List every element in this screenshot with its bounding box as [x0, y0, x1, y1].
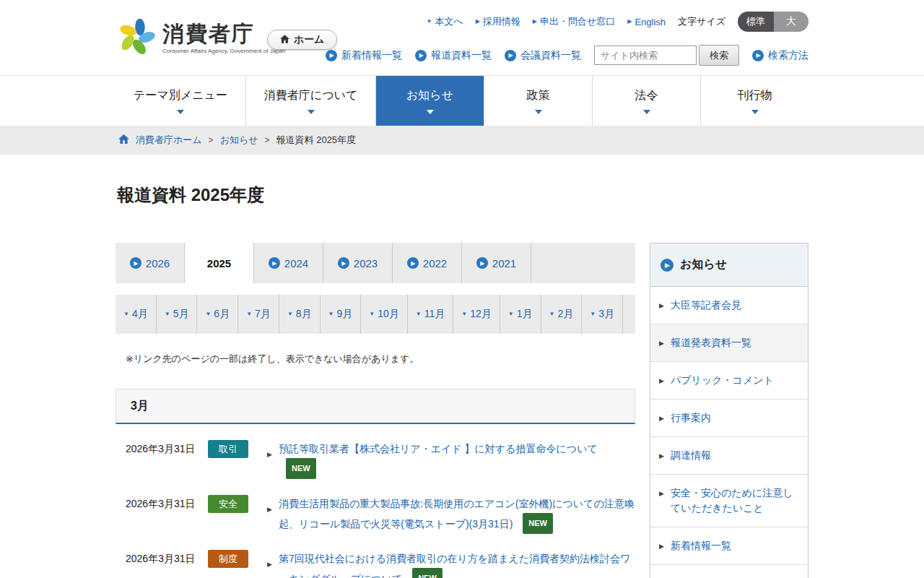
- category-badge-safety: 安全: [208, 495, 248, 513]
- sidebar-item-safety-cautions[interactable]: ▶ 安全・安心のために注意していただきたいこと: [650, 474, 808, 527]
- chevron-down-icon: [751, 110, 759, 114]
- circle-play-icon: ▶: [661, 259, 674, 272]
- chevron-right-icon: ▶: [659, 452, 664, 462]
- chevron-right-icon: ▶: [533, 19, 537, 25]
- new-badge: NEW: [286, 458, 316, 479]
- month-link-feb[interactable]: ▼2月: [541, 295, 583, 334]
- circle-play-icon: ▶: [752, 50, 764, 61]
- nav-theme-menu[interactable]: テーマ別メニュー: [116, 76, 245, 126]
- font-size-large-button[interactable]: 大: [774, 12, 808, 32]
- press-release-content: ▶ 2026 2025 ▶ 2024 ▶ 2023 ▶ 2022 ▶ 2021: [116, 243, 635, 578]
- press-release-link[interactable]: 第7回現代社会における消費者取引の在り方を踏まえた消費者契約法検討会ワーキンググ…: [279, 553, 630, 578]
- breadcrumb-separator: >: [209, 135, 214, 145]
- chevron-down-icon: [535, 110, 542, 114]
- global-navigation: テーマ別メニュー 消費者庁について お知らせ 政策 法令 刊行物: [0, 75, 924, 126]
- home-button-label: ホーム: [294, 33, 325, 46]
- new-info-list-link[interactable]: ▶ 新着情報一覧: [326, 49, 402, 62]
- year-tab-2024[interactable]: ▶ 2024: [254, 243, 323, 283]
- month-link-mar[interactable]: ▼3月: [582, 295, 623, 334]
- font-size-label: 文字サイズ: [678, 15, 725, 28]
- search-button[interactable]: 検索: [699, 45, 739, 66]
- sidebar-item-procurement[interactable]: ▶ 調達情報: [650, 436, 808, 474]
- nav-laws[interactable]: 法令: [592, 76, 700, 126]
- month-link-nov[interactable]: ▼11月: [408, 295, 453, 334]
- breadcrumb-home-link[interactable]: 消費者庁ホーム: [136, 134, 202, 147]
- breadcrumb-bar: 消費者庁ホーム > お知らせ > 報道資料 2025年度: [0, 126, 924, 155]
- sidebar-item-public-comment[interactable]: ▶ パブリック・コメント: [650, 361, 808, 399]
- circle-play-icon: ▶: [338, 257, 349, 269]
- chevron-right-icon: ▶: [659, 339, 664, 349]
- circle-play-icon: ▶: [476, 257, 488, 269]
- circle-play-icon: ▶: [415, 50, 427, 61]
- press-date: 2026年3月31日: [126, 440, 208, 458]
- press-release-link[interactable]: 預託等取引業者【株式会社リア・エイド 】に対する措置命令について: [279, 443, 598, 454]
- english-link[interactable]: ▶ English: [627, 17, 666, 27]
- inquiry-link[interactable]: ▶ 申出・問合せ窓口: [533, 15, 615, 28]
- nav-publications[interactable]: 刊行物: [700, 76, 808, 126]
- skip-to-content-link[interactable]: ▼ 本文へ: [426, 15, 463, 28]
- sidebar-item-press-release-list[interactable]: ▶ 報道発表資料一覧: [650, 324, 808, 361]
- sidebar-heading: ▶ お知らせ: [650, 243, 808, 287]
- month-section-heading: 3月: [116, 389, 635, 424]
- sidebar-item-minister-press-conference[interactable]: ▶ 大臣等記者会見: [650, 287, 808, 324]
- category-badge-trade: 取引: [208, 440, 248, 458]
- year-tab-2021[interactable]: ▶ 2021: [462, 243, 531, 283]
- chevron-down-icon: ▼: [590, 311, 596, 317]
- chevron-down-icon: [177, 110, 184, 114]
- agency-logo[interactable]: 消費者庁 Consumer Affairs Agency, Government…: [117, 17, 285, 59]
- month-link-apr[interactable]: ▼4月: [116, 295, 157, 334]
- quick-links-bar: ▶ 新着情報一覧 ▶ 報道資料一覧 ▶ 会議資料一覧 検索 ▶ 検索方法: [326, 45, 808, 66]
- year-tab-2023[interactable]: ▶ 2023: [323, 243, 393, 283]
- chevron-down-icon: [308, 110, 315, 114]
- month-link-jun[interactable]: ▼6月: [197, 295, 238, 334]
- page-title: 報道資料 2025年度: [117, 184, 808, 207]
- chevron-down-icon: [427, 110, 434, 114]
- sidebar-item-events[interactable]: ▶ 行事案内: [650, 399, 808, 436]
- chevron-right-icon: ▶: [476, 19, 480, 25]
- circle-play-icon: ▶: [269, 257, 280, 269]
- nav-about-agency[interactable]: 消費者庁について: [245, 76, 375, 126]
- search-input[interactable]: [594, 46, 697, 65]
- year-tab-2022[interactable]: ▶ 2022: [393, 243, 462, 283]
- chevron-down-icon: ▼: [461, 311, 467, 317]
- month-link-aug[interactable]: ▼8月: [279, 295, 321, 334]
- chevron-down-icon: ▼: [123, 311, 129, 317]
- chevron-down-icon: ▼: [549, 311, 555, 317]
- press-list-link[interactable]: ▶ 報道資料一覧: [415, 49, 492, 62]
- circle-play-icon: ▶: [130, 257, 141, 269]
- month-link-dec[interactable]: ▼12月: [453, 295, 500, 334]
- search-help-link[interactable]: ▶ 検索方法: [752, 49, 808, 62]
- chevron-down-icon: [643, 110, 650, 114]
- month-link-jul[interactable]: ▼7月: [238, 295, 279, 334]
- nav-news[interactable]: お知らせ: [375, 76, 484, 126]
- font-size-standard-button[interactable]: 標準: [738, 12, 774, 32]
- year-tab-2025-current: 2025: [185, 243, 254, 283]
- chevron-down-icon: ▼: [205, 311, 211, 317]
- press-date: 2026年3月31日: [126, 495, 208, 513]
- recruit-link[interactable]: ▶ 採用情報: [476, 15, 520, 28]
- year-tab-2026[interactable]: ▶ 2026: [116, 243, 185, 283]
- sidebar-item-published-materials[interactable]: ▶ 公表資料: [650, 564, 808, 578]
- month-link-sep[interactable]: ▼9月: [321, 295, 362, 334]
- month-link-may[interactable]: ▼5月: [157, 295, 198, 334]
- category-badge-system: 制度: [208, 550, 248, 568]
- circle-play-icon: ▶: [326, 50, 337, 61]
- chevron-right-icon: ▶: [659, 542, 664, 552]
- nav-policy[interactable]: 政策: [484, 76, 592, 126]
- breadcrumb-news-link[interactable]: お知らせ: [220, 134, 258, 147]
- home-icon: [118, 134, 129, 146]
- sidebar-item-new-info-list[interactable]: ▶ 新着情報一覧: [650, 527, 808, 564]
- circle-play-icon: ▶: [407, 257, 419, 269]
- press-row: 2026年3月31日 制度 ▶ 第7回現代社会における消費者取引の在り方を踏まえ…: [116, 534, 635, 578]
- breadcrumb-current: 報道資料 2025年度: [276, 134, 357, 147]
- press-release-link[interactable]: 消費生活用製品の重大製品事故:長期使用のエアコン(室外機)についての注意喚起、リ…: [279, 498, 635, 530]
- chevron-down-icon: ▼: [328, 311, 334, 317]
- chevron-right-icon: ▶: [659, 376, 664, 387]
- meeting-list-link[interactable]: ▶ 会議資料一覧: [505, 49, 581, 62]
- chevron-down-icon: ▼: [287, 311, 293, 317]
- utility-bar: ▼ 本文へ ▶ 採用情報 ▶ 申出・問合せ窓口 ▶ English 文字サイズ …: [426, 12, 808, 32]
- month-link-jan[interactable]: ▼1月: [500, 295, 541, 334]
- chevron-right-icon: ▶: [267, 556, 272, 574]
- site-search: 検索: [594, 45, 739, 66]
- month-link-oct[interactable]: ▼10月: [361, 295, 408, 334]
